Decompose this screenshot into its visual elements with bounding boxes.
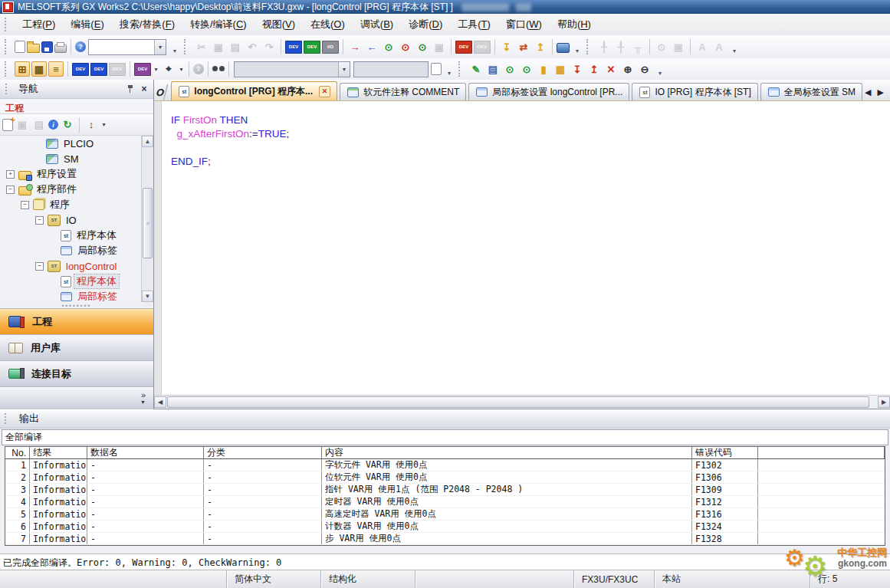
tab-全局标签设置-SM[interactable]: 全局标签设置 SM bbox=[760, 83, 862, 100]
tree-item-程序设置[interactable]: +程序设置 bbox=[0, 166, 153, 182]
write-to-plc-icon[interactable]: → bbox=[347, 39, 363, 54]
toolbar-handle[interactable] bbox=[5, 61, 10, 77]
note-transfer-icon[interactable]: ⇄ bbox=[516, 39, 531, 54]
collapse-icon[interactable]: − bbox=[35, 216, 44, 225]
function-block-toggle-icon[interactable]: ▦ bbox=[31, 61, 47, 77]
navigation-more[interactable]: » ▼ bbox=[0, 386, 153, 409]
table-row[interactable]: 5Information--高速定时器 VAR用 使用0点F1316 bbox=[5, 508, 885, 521]
tab-局部标签设置-longControl-[PR...[interactable]: 局部标签设置 longControl [PR... bbox=[468, 83, 629, 100]
device-find-drop-icon[interactable]: ▾ bbox=[177, 66, 186, 73]
tree-item-局部标签[interactable]: 局部标签 bbox=[0, 243, 153, 258]
device-monitor-display-icon[interactable]: DEV bbox=[304, 41, 320, 54]
sort-filter-drop-icon[interactable]: ▾ bbox=[100, 121, 108, 128]
tab-scroll-left-icon[interactable]: ◀ bbox=[865, 87, 871, 97]
table-row[interactable]: 1Information--字软元件 VAR用 使用0点F1302 bbox=[5, 459, 885, 471]
table-row[interactable]: 6Information--计数器 VAR用 使用0点F1324 bbox=[5, 521, 885, 533]
edit-mode-icon[interactable]: ✎ bbox=[468, 61, 484, 77]
menu-item-w[interactable]: 窗口(W) bbox=[498, 15, 550, 33]
tab-IO-[PRG]-程序本体-[ST][interactable]: stIO [PRG] 程序本体 [ST] bbox=[632, 83, 757, 100]
menu-item-e[interactable]: 编辑(E) bbox=[63, 15, 111, 33]
note-read-icon[interactable]: ↥ bbox=[533, 39, 548, 54]
close-tab-icon[interactable]: ✕ bbox=[319, 86, 330, 97]
device-display-menu-icon[interactable]: DEV bbox=[134, 63, 151, 76]
tab-scroll-right-icon[interactable]: ▶ bbox=[878, 87, 884, 97]
device-comment-find-icon[interactable]: DEV bbox=[72, 63, 89, 76]
tree-item-SM[interactable]: SM bbox=[0, 151, 153, 166]
table-row[interactable]: 2Information--位软元件 VAR用 使用0点F1306 bbox=[5, 471, 885, 484]
refresh-icon[interactable]: ↻ bbox=[60, 117, 75, 133]
menu-item-c[interactable]: 转换/编译(C) bbox=[182, 15, 255, 33]
toolbar-overflow-icon[interactable]: ▾ bbox=[655, 60, 665, 78]
note-write-icon[interactable]: ↧ bbox=[499, 39, 514, 54]
scroll-thumb[interactable]: ≡ bbox=[143, 188, 153, 258]
combo-arrow-icon[interactable]: ▾ bbox=[154, 40, 166, 54]
editor-hscrollbar[interactable]: ◀ ▶ bbox=[154, 395, 890, 409]
zoom-in-icon[interactable]: ⊕ bbox=[620, 61, 635, 77]
collapse-icon[interactable]: − bbox=[21, 201, 29, 209]
device-table-icon[interactable]: DEV bbox=[90, 63, 107, 76]
st-code-editor[interactable]: IF FirstOn THEN g_xAfterFirstOn:=TRUE; E… bbox=[154, 101, 890, 395]
toolbar-handle[interactable] bbox=[5, 39, 10, 54]
tree-item-IO[interactable]: −STIO bbox=[0, 212, 153, 228]
view-button-用户库[interactable]: 用户库 bbox=[0, 334, 153, 360]
jump-down-icon[interactable]: ↧ bbox=[570, 61, 585, 77]
tree-item-程序本体[interactable]: st程序本体 bbox=[0, 274, 153, 289]
verify-result-icon[interactable]: ⊙ bbox=[398, 39, 413, 54]
save-project-icon[interactable] bbox=[41, 41, 53, 53]
view-button-工程[interactable]: 工程 bbox=[0, 308, 153, 334]
tree-item-PLCIO[interactable]: PLCIO bbox=[0, 136, 153, 151]
page-preview-icon[interactable] bbox=[431, 63, 442, 75]
toolbar-handle[interactable] bbox=[458, 61, 464, 77]
toolbar-handle[interactable] bbox=[184, 39, 189, 54]
toolbar-overflow-icon[interactable]: ▾ bbox=[730, 38, 739, 56]
find-binoculars-icon[interactable] bbox=[212, 66, 225, 72]
device-find-icon[interactable]: ⌖ bbox=[161, 61, 176, 77]
toolbar-overflow-icon[interactable]: ▾ bbox=[573, 38, 582, 56]
scroll-left-icon[interactable]: ◀ bbox=[154, 396, 166, 408]
device-display-drop-icon[interactable]: ▾ bbox=[152, 66, 160, 73]
device-io-display-icon[interactable]: I/O bbox=[322, 41, 339, 54]
expand-icon[interactable]: + bbox=[6, 170, 15, 179]
print-icon[interactable] bbox=[54, 44, 67, 53]
collapse-icon[interactable]: − bbox=[6, 186, 15, 194]
toolbar-handle[interactable] bbox=[586, 39, 592, 54]
tab-longControl-[PRG]-程序本...[interactable]: stlongControl [PRG] 程序本...✕ bbox=[171, 81, 337, 100]
new-project-icon[interactable] bbox=[15, 41, 25, 53]
find-in-program-icon[interactable]: ⊙ bbox=[502, 61, 517, 77]
tree-item-局部标签[interactable]: 局部标签 bbox=[0, 289, 153, 302]
menu-item-d[interactable]: 诊断(D) bbox=[401, 15, 450, 33]
close-icon[interactable]: × bbox=[139, 84, 149, 94]
menu-item-v[interactable]: 视图(V) bbox=[255, 15, 303, 33]
device-bar-icon[interactable]: ▮ bbox=[536, 61, 551, 77]
tree-item-longControl[interactable]: −STlongControl bbox=[0, 258, 153, 274]
cross-reference-icon[interactable]: ▦ bbox=[553, 61, 568, 77]
scroll-right-icon[interactable]: ▶ bbox=[878, 396, 890, 408]
tree-item-程序[interactable]: −程序 bbox=[0, 197, 153, 212]
work-window-toggle-icon[interactable]: ≡ bbox=[48, 61, 64, 77]
table-row[interactable]: 3Information--指针 VAR用 使用1点 (范围 P2048 - P… bbox=[5, 484, 885, 496]
tree-item-程序本体[interactable]: st程序本体 bbox=[0, 228, 153, 243]
menu-item-p[interactable]: 工程(P) bbox=[15, 15, 63, 33]
verify-with-plc-icon[interactable]: ⊙ bbox=[381, 39, 396, 54]
monitor-window-icon[interactable] bbox=[557, 43, 570, 53]
recent-combo[interactable]: ▾ bbox=[88, 39, 166, 55]
table-row[interactable]: 4Information--定时器 VAR用 使用0点F1312 bbox=[5, 496, 885, 508]
view-button-连接目标[interactable]: 连接目标 bbox=[0, 360, 153, 386]
tree-item-程序部件[interactable]: −程序部件 bbox=[0, 182, 153, 197]
read-mode-icon[interactable]: ▤ bbox=[485, 61, 501, 77]
collapse-icon[interactable]: − bbox=[35, 262, 44, 271]
toolbar-overflow-icon[interactable]: ▾ bbox=[170, 38, 179, 56]
device-comment-display-icon[interactable]: DEV bbox=[285, 41, 302, 54]
jump-up-icon[interactable]: ↥ bbox=[586, 61, 602, 77]
menu-item-t[interactable]: 工具(T) bbox=[450, 15, 498, 33]
tab-clipped[interactable]: O bbox=[153, 84, 169, 100]
splitter-grip[interactable]: ▪▪▪▪▪▪▪▪ bbox=[0, 302, 153, 308]
scroll-down-icon[interactable]: ▼ bbox=[142, 291, 153, 302]
scroll-up-icon[interactable]: ▲ bbox=[142, 136, 153, 147]
table-row[interactable]: 7Information--步 VAR用 使用0点F1328 bbox=[5, 533, 885, 545]
scroll-track[interactable] bbox=[167, 396, 877, 408]
open-project-icon[interactable] bbox=[27, 44, 40, 53]
device-test-icon[interactable]: DEV bbox=[455, 41, 472, 54]
tab-软元件注释-COMMENT[interactable]: 软元件注释 COMMENT bbox=[340, 83, 466, 100]
help-icon[interactable]: ? bbox=[75, 41, 86, 52]
